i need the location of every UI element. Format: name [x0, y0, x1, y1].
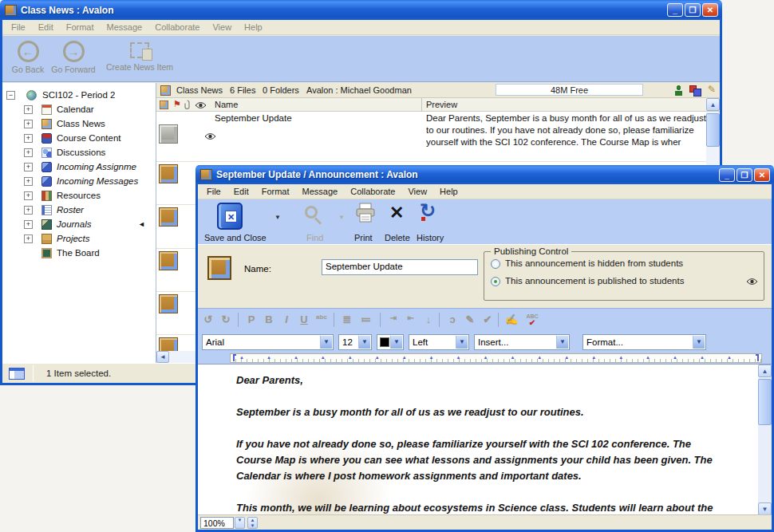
panel-toggle-icon[interactable] — [9, 368, 25, 380]
message-body-editor[interactable]: Dear Parents, September is a busy month … — [198, 364, 772, 515]
splitter-collapse-arrow[interactable]: ◄ — [138, 220, 145, 228]
outdent-icon[interactable]: ⇤ — [404, 313, 418, 322]
menu-file[interactable]: File — [5, 22, 32, 32]
who-is-online-icon[interactable] — [675, 85, 682, 96]
minimize-button[interactable]: _ — [667, 3, 683, 17]
titlebar-class-news[interactable]: Class News : Avalon _ ❐ ✕ — [0, 0, 722, 20]
menu-message[interactable]: Message — [101, 22, 149, 32]
find-dropdown-caret[interactable]: ▼ — [338, 214, 345, 221]
radio-hidden-from-students[interactable] — [491, 259, 500, 269]
create-news-item-button[interactable]: Create News Item — [101, 41, 178, 72]
zoom-spinner[interactable]: ▲▼ — [247, 517, 258, 529]
expand-box[interactable]: + — [24, 220, 33, 229]
news-item-icon[interactable] — [159, 251, 178, 270]
approve-icon[interactable]: ✔ — [480, 313, 495, 325]
plain-icon[interactable]: P — [244, 313, 259, 325]
menu-collaborate[interactable]: Collaborate — [344, 187, 401, 196]
menu-help[interactable]: Help — [433, 187, 464, 196]
save-and-close-button[interactable]: ✕ ▼ Save and Close — [204, 203, 284, 242]
go-back-button[interactable]: ← Go Back — [7, 41, 49, 74]
save-dropdown-caret[interactable]: ▼ — [274, 214, 281, 221]
history-button[interactable]: ↻ History — [415, 203, 450, 242]
expand-box[interactable]: + — [24, 148, 33, 157]
radio-published-label[interactable]: This announcement is published to studen… — [505, 276, 684, 286]
expand-box[interactable]: + — [24, 177, 33, 186]
ruler[interactable]: ▲▲▲▲▲▲▲▲▲▲▲▲▲▲▲▲▲▲▲ — [198, 353, 772, 364]
indent-icon[interactable]: ⇥ — [386, 313, 401, 322]
font-family-select[interactable]: Arial▼ — [202, 334, 334, 350]
expand-box[interactable]: + — [24, 206, 33, 215]
maximize-button[interactable]: ❐ — [685, 3, 701, 17]
scroll-up-button[interactable]: ▲ — [706, 98, 720, 111]
expand-box[interactable]: + — [24, 234, 33, 243]
alignment-select[interactable]: Left▼ — [409, 334, 469, 350]
name-column-header[interactable]: Name — [215, 100, 238, 109]
menu-message[interactable]: Message — [296, 187, 345, 196]
column-divider[interactable] — [421, 98, 422, 112]
menu-collaborate[interactable]: Collaborate — [148, 22, 206, 32]
collapse-box[interactable]: − — [6, 91, 15, 100]
font-size-select[interactable]: 12▼ — [338, 334, 372, 350]
insert-select[interactable]: Insert...▼ — [474, 334, 570, 350]
menu-format[interactable]: Format — [60, 22, 101, 32]
sort-icon[interactable]: ↓ — [421, 313, 436, 325]
menu-view[interactable]: View — [401, 187, 433, 196]
preview-column-header[interactable]: Preview — [426, 100, 457, 109]
pen-icon[interactable]: ✎ — [463, 313, 477, 325]
signature-icon[interactable]: ✍ — [504, 313, 519, 325]
expand-box[interactable]: + — [24, 163, 33, 171]
expand-box[interactable]: + — [24, 191, 33, 200]
radio-hidden-label[interactable]: This announcement is hidden from student… — [505, 258, 683, 268]
print-button[interactable]: Print — [351, 203, 381, 242]
scrollbar-thumb[interactable] — [758, 379, 772, 425]
menu-help[interactable]: Help — [238, 22, 269, 32]
titlebar-announcement[interactable]: September Update / Announcement : Avalon… — [195, 165, 774, 184]
expand-box[interactable]: + — [24, 120, 33, 128]
news-item-icon[interactable] — [159, 294, 178, 313]
bullet-list-icon[interactable]: ≣ — [340, 313, 354, 325]
rotate-icon[interactable]: ↄ — [445, 313, 460, 325]
find-button[interactable]: ▼ Find — [295, 203, 351, 242]
flag-column-icon[interactable]: ⚑ — [173, 99, 181, 109]
expand-box[interactable]: + — [24, 134, 33, 143]
redo-icon[interactable]: ↻ — [219, 313, 233, 325]
right-margin-marker[interactable] — [756, 354, 759, 361]
format-select[interactable]: Format...▼ — [582, 334, 706, 350]
font-color-select[interactable]: ▼ — [377, 334, 404, 350]
undo-icon[interactable]: ↺ — [201, 313, 215, 325]
scroll-left-button[interactable]: ◄ — [156, 351, 169, 363]
numbered-list-icon[interactable]: ≔ — [359, 313, 373, 325]
edit-pencil-icon[interactable]: ✎ — [708, 84, 716, 95]
menu-view[interactable]: View — [206, 22, 238, 32]
scroll-down-button[interactable]: ▼ — [758, 502, 772, 515]
zoom-dropdown-button[interactable]: ▼ — [235, 517, 245, 529]
italic-icon[interactable]: I — [279, 313, 294, 325]
maximize-button[interactable]: ❐ — [736, 168, 752, 182]
close-button[interactable]: ✕ — [702, 3, 718, 17]
radio-published-to-students[interactable] — [491, 277, 500, 286]
menu-format[interactable]: Format — [255, 187, 296, 196]
bold-icon[interactable]: B — [262, 313, 276, 325]
name-input[interactable]: September Update — [322, 259, 478, 275]
editor-vertical-scrollbar[interactable]: ▲ ▼ — [758, 365, 772, 515]
attachment-column-icon[interactable] — [184, 100, 191, 110]
menu-edit[interactable]: Edit — [32, 22, 60, 32]
delete-button[interactable]: ✕ Delete — [383, 203, 415, 242]
news-item-row[interactable]: September Update Dear Parents, September… — [156, 112, 706, 161]
strike-icon[interactable]: abc — [314, 313, 329, 321]
menu-edit[interactable]: Edit — [227, 187, 255, 196]
menu-file[interactable]: File — [200, 187, 227, 196]
spellcheck-icon[interactable]: ABC✔ — [525, 313, 539, 327]
item-type-column-icon[interactable] — [160, 100, 168, 109]
eye-column-icon[interactable] — [195, 101, 207, 109]
go-forward-button[interactable]: → Go Forward — [49, 41, 98, 74]
layers-icon-blue[interactable] — [693, 89, 701, 97]
news-item-icon[interactable] — [159, 164, 178, 183]
underline-icon[interactable]: U — [297, 313, 311, 325]
left-margin-marker[interactable] — [233, 354, 236, 361]
scrollbar-thumb[interactable] — [706, 113, 720, 147]
close-button[interactable]: ✕ — [754, 168, 770, 182]
scroll-up-button[interactable]: ▲ — [758, 365, 772, 377]
news-item-icon[interactable] — [159, 207, 178, 227]
message-text[interactable]: Dear Parents, September is a busy month … — [236, 372, 716, 515]
